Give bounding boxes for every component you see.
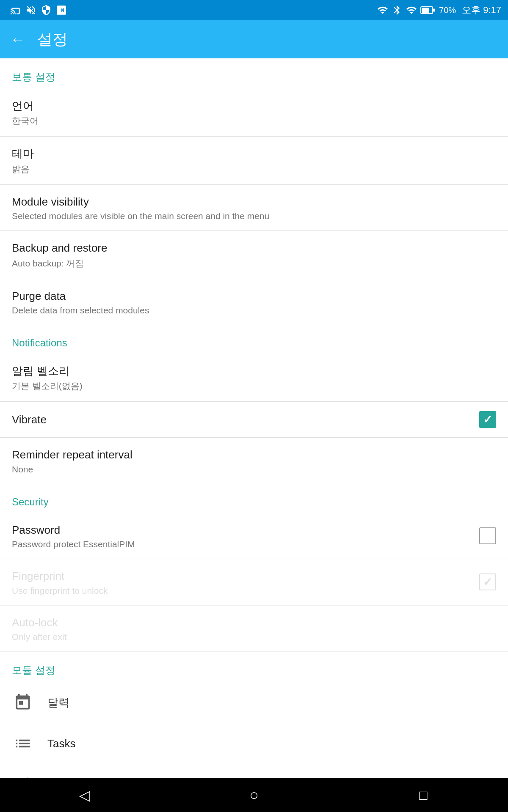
row-alarm-title: 알림 벨소리 <box>12 363 496 379</box>
password-checkbox[interactable] <box>479 527 496 544</box>
row-vibrate[interactable]: Vibrate <box>0 402 508 438</box>
row-reminder-subtitle: None <box>12 464 496 475</box>
section-header-notifications: Notifications <box>0 325 508 354</box>
row-theme[interactable]: 테마 밝음 <box>0 137 508 184</box>
mute-icon <box>25 5 36 16</box>
row-tasks[interactable]: Tasks <box>0 723 508 764</box>
row-auto-lock-subtitle: Only after exit <box>12 632 496 642</box>
app-bar: ← 설정 <box>0 20 508 58</box>
settings-content: 보통 설정 언어 한국어 테마 밝음 Module visibility Sel… <box>0 58 508 812</box>
cast-icon <box>10 5 21 16</box>
calendar-icon <box>12 691 34 713</box>
svg-rect-1 <box>422 8 429 13</box>
status-icons-left <box>10 5 67 16</box>
row-language-title: 언어 <box>12 98 496 113</box>
row-fingerprint-title: Fingerprint <box>12 568 479 584</box>
section-notifications: Notifications 알림 벨소리 기본 벨소리(없음) Vibrate … <box>0 325 508 484</box>
section-general: 보통 설정 언어 한국어 테마 밝음 Module visibility Sel… <box>0 58 508 325</box>
row-alarm-sound[interactable]: 알림 벨소리 기본 벨소리(없음) <box>0 354 508 402</box>
shield-icon <box>41 5 52 16</box>
row-theme-subtitle: 밝음 <box>12 163 496 175</box>
page-title: 설정 <box>37 29 68 50</box>
tasks-icon <box>12 732 34 754</box>
nav-recent-button[interactable]: □ <box>406 778 440 812</box>
svg-rect-2 <box>433 8 435 12</box>
row-reminder-title: Reminder repeat interval <box>12 447 496 462</box>
section-header-general: 보통 설정 <box>0 58 508 89</box>
navigation-bar: ◁ ○ □ <box>0 778 508 812</box>
row-fingerprint-subtitle: Use fingerprint to unlock <box>12 586 479 596</box>
back-button[interactable]: ← <box>10 30 25 48</box>
row-reminder-repeat[interactable]: Reminder repeat interval None <box>0 438 508 484</box>
row-vibrate-title: Vibrate <box>12 412 479 427</box>
status-bar: 70% 오후 9:17 <box>0 0 508 20</box>
status-icons-right: 70% 오후 9:17 <box>377 4 501 16</box>
row-module-visibility-subtitle: Selected modules are visible on the main… <box>12 211 496 221</box>
row-auto-lock-title: Auto-lock <box>12 615 496 630</box>
section-header-security: Security <box>0 484 508 513</box>
row-calendar-title: 달력 <box>47 695 69 710</box>
signal-icon <box>377 5 388 16</box>
row-purge-subtitle: Delete data from selected modules <box>12 305 496 315</box>
wifi-icon <box>406 5 417 16</box>
section-header-modules: 모듈 설정 <box>0 652 508 682</box>
nfc-icon <box>56 5 67 16</box>
row-password[interactable]: Password Password protect EssentialPIM <box>0 513 508 559</box>
fingerprint-checkbox <box>479 573 496 590</box>
row-calendar[interactable]: 달력 <box>0 682 508 723</box>
row-password-subtitle: Password protect EssentialPIM <box>12 539 479 549</box>
row-module-visibility[interactable]: Module visibility Selected modules are v… <box>0 185 508 231</box>
row-tasks-title: Tasks <box>47 736 75 751</box>
row-backup-restore[interactable]: Backup and restore Auto backup: 꺼짐 <box>0 231 508 279</box>
row-backup-title: Backup and restore <box>12 240 496 255</box>
row-module-visibility-title: Module visibility <box>12 194 496 209</box>
section-security: Security Password Password protect Essen… <box>0 484 508 652</box>
bluetooth-icon <box>392 5 403 16</box>
row-auto-lock: Auto-lock Only after exit <box>0 606 508 652</box>
row-purge-title: Purge data <box>12 288 496 304</box>
battery-percent: 70% <box>439 5 456 15</box>
battery-icon <box>420 5 436 16</box>
row-language-subtitle: 한국어 <box>12 115 496 127</box>
status-time: 오후 9:17 <box>462 4 501 16</box>
row-fingerprint: Fingerprint Use fingerprint to unlock <box>0 559 508 605</box>
row-backup-subtitle: Auto backup: 꺼짐 <box>12 258 496 269</box>
row-alarm-subtitle: 기본 벨소리(없음) <box>12 380 496 392</box>
row-purge-data[interactable]: Purge data Delete data from selected mod… <box>0 279 508 325</box>
nav-home-button[interactable]: ○ <box>237 778 271 812</box>
row-password-title: Password <box>12 522 479 538</box>
row-theme-title: 테마 <box>12 146 496 161</box>
row-language[interactable]: 언어 한국어 <box>0 89 508 137</box>
vibrate-checkbox[interactable] <box>479 411 496 428</box>
nav-back-button[interactable]: ◁ <box>68 778 102 812</box>
